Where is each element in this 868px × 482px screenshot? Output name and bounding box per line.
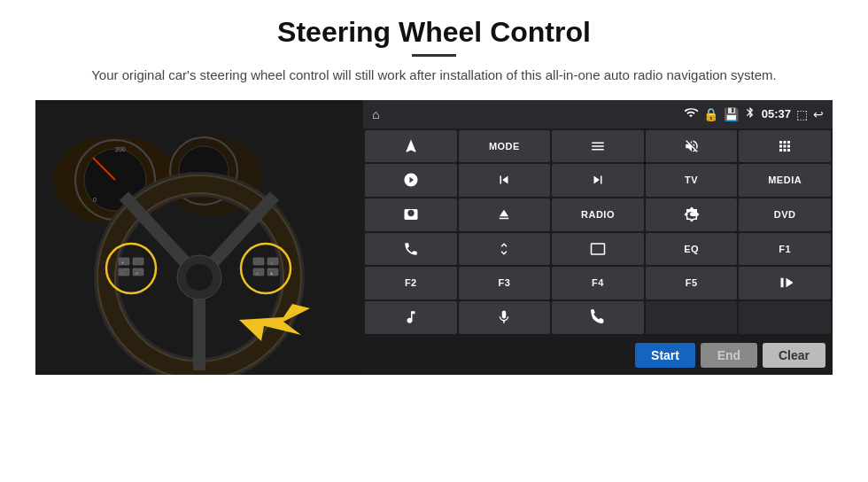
f4-button[interactable]: F4 xyxy=(552,267,644,299)
sd-icon: 💾 xyxy=(724,107,739,121)
cast-icon: ⬚ xyxy=(796,107,808,121)
settings-button[interactable] xyxy=(365,164,457,197)
clear-button[interactable]: Clear xyxy=(763,343,825,368)
svg-rect-23 xyxy=(133,268,143,276)
f1-button[interactable]: F1 xyxy=(739,233,831,266)
f5-button[interactable]: F5 xyxy=(646,267,738,299)
lock-icon: 🔒 xyxy=(703,107,718,121)
svg-text:☆: ☆ xyxy=(270,260,274,265)
radio-button[interactable]: RADIO xyxy=(552,198,644,231)
svg-text:🎵: 🎵 xyxy=(256,260,260,265)
svg-text:0: 0 xyxy=(93,197,97,203)
eject-button[interactable] xyxy=(459,198,551,231)
status-left: ⌂ xyxy=(372,107,379,121)
mic-button[interactable] xyxy=(459,301,551,334)
brightness-button[interactable] xyxy=(646,198,738,231)
svg-rect-20 xyxy=(119,258,129,265)
svg-text:📞: 📞 xyxy=(136,260,140,265)
phone-button[interactable] xyxy=(365,233,457,266)
eq-button[interactable]: EQ xyxy=(646,233,738,266)
forward-button[interactable] xyxy=(552,164,644,197)
screen-button[interactable] xyxy=(552,233,644,266)
start-button[interactable]: Start xyxy=(635,343,695,368)
dvd-button[interactable]: DVD xyxy=(739,198,831,231)
button-grid: MODE TV xyxy=(363,128,833,336)
svg-rect-21 xyxy=(119,268,129,276)
status-right: 🔒 💾 05:37 ⬚ ↩ xyxy=(684,105,824,122)
back-icon: ↩ xyxy=(813,107,824,121)
home-icon: ⌂ xyxy=(372,107,379,121)
wifi-icon xyxy=(684,105,698,122)
svg-text:200: 200 xyxy=(115,146,126,152)
status-bar: ⌂ 🔒 💾 05:37 ⬚ ↩ xyxy=(363,100,833,128)
page-subtitle: Your original car's steering wheel contr… xyxy=(91,66,777,86)
steering-wheel-image: 0 100 200 + xyxy=(35,100,363,375)
mode-button[interactable]: MODE xyxy=(459,130,551,163)
content-row: 0 100 200 + xyxy=(35,100,833,375)
mute-button[interactable] xyxy=(646,130,738,163)
tv-button[interactable]: TV xyxy=(646,164,738,197)
svg-point-18 xyxy=(186,264,213,291)
control-panel: ⌂ 🔒 💾 05:37 ⬚ ↩ xyxy=(363,100,833,375)
bt-icon xyxy=(744,106,756,121)
swipe-button[interactable] xyxy=(459,233,551,266)
action-bar: Start End Clear xyxy=(363,336,833,375)
cam360-button[interactable] xyxy=(365,198,457,231)
svg-rect-32 xyxy=(267,268,278,276)
f2-button[interactable]: F2 xyxy=(365,267,457,299)
media-button[interactable]: MEDIA xyxy=(739,164,831,197)
status-time: 05:37 xyxy=(762,107,791,120)
music-button[interactable] xyxy=(365,301,457,334)
svg-text:+: + xyxy=(121,260,124,265)
apps-button[interactable] xyxy=(739,130,831,163)
callend-button[interactable] xyxy=(552,301,644,334)
empty-btn-2 xyxy=(739,301,831,334)
end-button[interactable]: End xyxy=(701,343,757,368)
empty-btn-1 xyxy=(646,301,738,334)
page-wrapper: Steering Wheel Control Your original car… xyxy=(0,0,868,482)
f3-button[interactable]: F3 xyxy=(459,267,551,299)
page-title: Steering Wheel Control xyxy=(277,16,591,49)
title-divider xyxy=(412,54,456,57)
navigate-button[interactable] xyxy=(365,130,457,163)
playpause-button[interactable] xyxy=(739,267,831,299)
svg-rect-30 xyxy=(253,268,264,276)
list-button[interactable] xyxy=(552,130,644,163)
rewind-button[interactable] xyxy=(459,164,551,197)
